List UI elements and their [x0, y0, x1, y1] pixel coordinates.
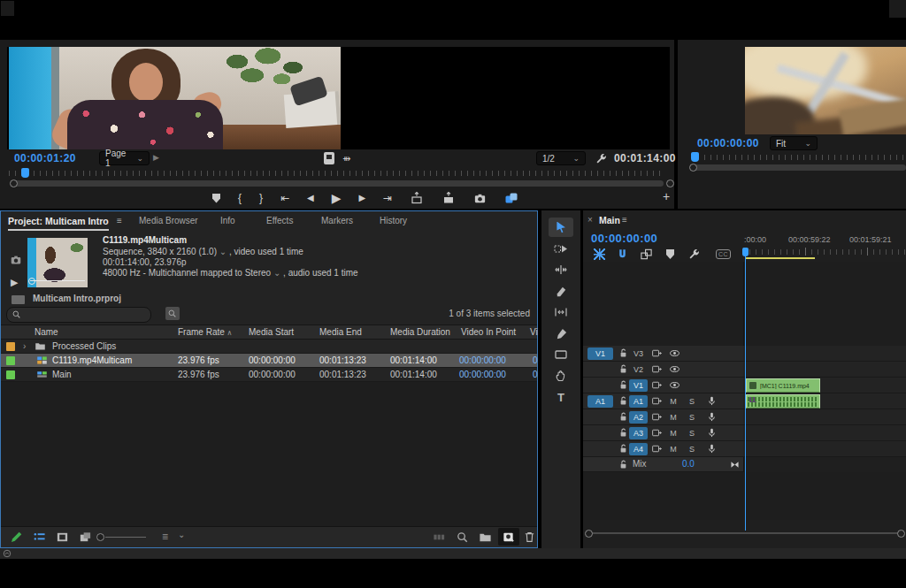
column-header-media-duration[interactable]: Media Duration — [390, 325, 450, 340]
bin-row-name[interactable]: Processed Clips — [52, 340, 116, 354]
list-view-icon[interactable] — [33, 531, 46, 544]
linked-selection-icon[interactable] — [640, 248, 653, 261]
button-editor-icon[interactable]: + — [663, 190, 670, 202]
thumbnail-zoom-handle[interactable] — [96, 533, 104, 541]
track-display-icon[interactable] — [651, 395, 663, 407]
workarea-bar[interactable] — [746, 257, 815, 259]
track-display-icon[interactable] — [651, 379, 663, 391]
track-target-a1[interactable]: A1 — [629, 395, 648, 408]
lock-icon[interactable] — [618, 347, 629, 359]
step-back-icon[interactable]: ◀ — [307, 192, 314, 204]
chevron-down-icon[interactable]: ⌄ — [178, 530, 185, 539]
track-lane-a2[interactable] — [743, 409, 906, 425]
program-time-ruler[interactable] — [692, 155, 906, 160]
track-lane-a4[interactable] — [743, 441, 906, 457]
sort-options-icon[interactable]: ≡ — [162, 531, 168, 543]
solo-button[interactable]: S — [687, 427, 697, 439]
step-forward-icon[interactable]: ▶ — [358, 192, 365, 204]
column-header-media-end[interactable]: Media End — [319, 325, 362, 340]
page-expander-icon[interactable]: ▶ — [153, 153, 159, 162]
preview-scrub-knob[interactable] — [28, 278, 35, 285]
razor-tool[interactable] — [549, 281, 573, 301]
source-zoom-handle-left[interactable] — [10, 179, 18, 187]
timeline-hscroll-handle-right[interactable] — [897, 530, 905, 538]
new-bin-icon[interactable] — [479, 531, 492, 544]
tab-media-browser[interactable]: Media Browser — [139, 216, 198, 225]
rectangle-tool[interactable] — [549, 345, 573, 364]
label-color-chip[interactable] — [6, 342, 15, 351]
timeline-hscrollbar[interactable] — [587, 532, 902, 534]
column-header-video-in[interactable]: Video In Point — [461, 325, 516, 340]
timeline-tab[interactable]: Main — [599, 215, 620, 225]
timeline-timecode[interactable]: 00:00:00:00 — [591, 232, 657, 245]
ripple-edit-tool[interactable] — [549, 260, 573, 279]
mark-out-icon[interactable]: } — [259, 192, 263, 204]
track-display-icon[interactable] — [651, 427, 663, 439]
program-fit-select[interactable]: Fit ⌄ — [770, 136, 818, 150]
pen-tool[interactable] — [549, 324, 573, 343]
trash-icon[interactable] — [523, 531, 536, 544]
add-marker-icon[interactable] — [212, 194, 220, 203]
mute-button[interactable]: M — [668, 427, 679, 439]
preview-scrub-line[interactable] — [30, 280, 85, 281]
track-lane-v2[interactable] — [743, 362, 906, 378]
lock-icon[interactable] — [618, 363, 629, 375]
clip-fx-badge[interactable] — [749, 382, 756, 389]
track-target-v2[interactable]: V2 — [629, 363, 648, 376]
bin-row-name[interactable]: Main — [52, 368, 72, 382]
timeline-settings-wrench-icon[interactable] — [687, 248, 701, 261]
track-display-icon[interactable] — [651, 411, 663, 423]
track-display-icon[interactable] — [651, 363, 663, 375]
find-icon[interactable] — [456, 531, 469, 544]
track-eye-icon[interactable] — [669, 379, 680, 391]
mic-icon[interactable] — [706, 411, 718, 423]
label-color-chip[interactable] — [6, 370, 15, 379]
mix-volume-value[interactable]: 0.0 — [682, 459, 695, 469]
timeline-add-marker-icon[interactable] — [666, 249, 674, 259]
creative-cloud-icon[interactable] — [3, 549, 12, 558]
track-target-a3[interactable]: A3 — [629, 427, 648, 439]
column-header-name[interactable]: Name — [35, 325, 58, 340]
keyframe-navigator-icon[interactable] — [729, 459, 741, 470]
search-input[interactable] — [6, 307, 151, 323]
solo-button[interactable]: S — [687, 443, 697, 455]
mark-in-icon[interactable]: { — [238, 192, 242, 204]
compare-view-icon[interactable]: ⇻ — [342, 153, 350, 164]
source-playhead[interactable] — [21, 168, 29, 178]
source-zoom-select[interactable]: 1/2 ⌄ — [536, 151, 586, 165]
mic-icon[interactable] — [706, 443, 718, 454]
export-frame-icon[interactable] — [473, 192, 487, 205]
track-lane-a3[interactable] — [743, 425, 906, 441]
cell-video-in[interactable]: 00:00:00:00 — [459, 354, 506, 368]
display-settings-icon[interactable] — [324, 152, 334, 164]
new-item-button[interactable] — [498, 528, 519, 546]
source-video-frame[interactable] — [7, 47, 670, 149]
solo-button[interactable]: S — [687, 395, 697, 408]
tab-history[interactable]: History — [380, 216, 407, 225]
mic-icon[interactable] — [706, 395, 718, 407]
preview-play-icon[interactable]: ▶ — [11, 277, 18, 288]
lock-icon[interactable] — [618, 443, 629, 454]
source-zoom-handle-right[interactable] — [666, 179, 674, 187]
program-zoom-handle-left[interactable] — [689, 164, 697, 172]
track-display-icon[interactable] — [651, 347, 663, 359]
source-timecode[interactable]: 00:00:01:20 — [14, 152, 76, 164]
icon-view-icon[interactable] — [56, 531, 69, 544]
chevron-down-icon[interactable]: ⌄ — [273, 268, 280, 278]
go-to-out-icon[interactable]: ⇥ — [383, 192, 392, 204]
mute-button[interactable]: M — [668, 443, 679, 455]
slip-tool[interactable] — [549, 302, 573, 322]
track-select-forward-tool[interactable] — [549, 239, 573, 258]
track-lane-v3[interactable] — [743, 346, 906, 362]
program-video-image[interactable] — [745, 47, 906, 134]
column-header-media-start[interactable]: Media Start — [249, 325, 294, 340]
tab-markers[interactable]: Markers — [321, 216, 353, 225]
mute-button[interactable]: M — [668, 411, 679, 424]
source-settings-wrench-icon[interactable] — [595, 152, 608, 165]
timeline-hscroll-handle-left[interactable] — [585, 530, 593, 538]
hand-tool[interactable] — [549, 366, 573, 386]
source-patch-a1[interactable]: A1 — [587, 395, 613, 408]
drag-video-audio-icon[interactable] — [504, 191, 518, 205]
lock-icon[interactable] — [618, 427, 629, 439]
program-timecode[interactable]: 00:00:00:00 — [697, 137, 759, 149]
